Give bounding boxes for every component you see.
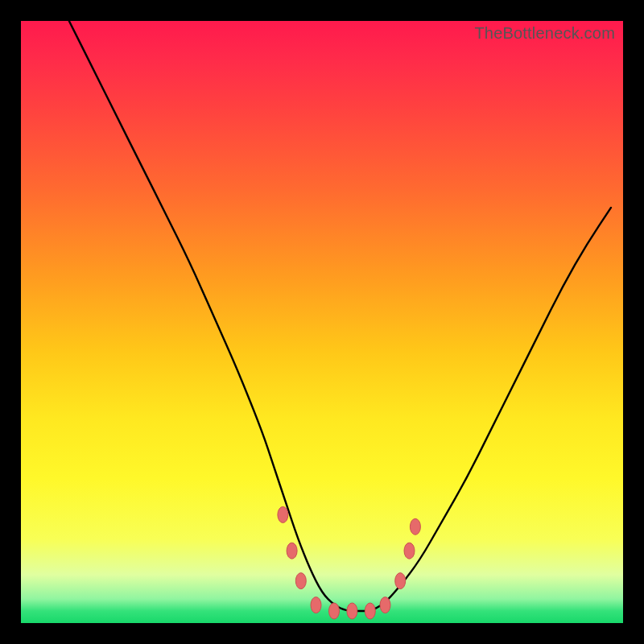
- curve-marker: [404, 543, 415, 559]
- curve-marker: [380, 597, 390, 613]
- chart-frame: TheBottleneck.com: [0, 0, 644, 644]
- curve-marker: [278, 506, 288, 522]
- curve-markers: [278, 506, 421, 619]
- curve-marker: [347, 603, 357, 619]
- curve-marker: [410, 518, 420, 535]
- plot-area: TheBottleneck.com: [21, 21, 623, 623]
- curve-marker: [287, 543, 297, 559]
- curve-marker: [329, 603, 340, 619]
- curve-marker: [311, 597, 321, 613]
- curve-marker: [395, 573, 406, 589]
- curve-marker: [295, 573, 306, 589]
- bottleneck-curve-svg: [21, 21, 623, 623]
- bottleneck-curve-path: [69, 21, 611, 611]
- curve-marker: [365, 603, 375, 619]
